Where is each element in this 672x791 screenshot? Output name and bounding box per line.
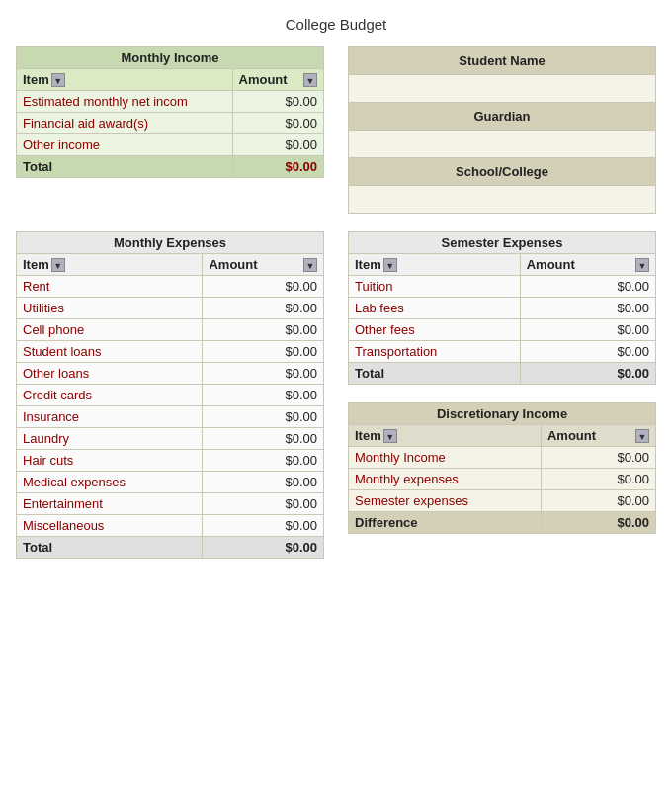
- page-title: College Budget: [16, 16, 656, 33]
- semester-item[interactable]: Transportation: [349, 341, 521, 363]
- monthly-income-header: Monthly Income: [17, 47, 324, 69]
- expense-row: Other loans$0.00: [17, 363, 324, 385]
- disc-row: Monthly expenses$0.00: [349, 469, 656, 490]
- income-amount-col-header: Amount ▼: [232, 69, 323, 91]
- disc-item-dropdown[interactable]: ▼: [383, 429, 397, 443]
- expense-item[interactable]: Entertainment: [17, 493, 203, 515]
- expense-item[interactable]: Other loans: [17, 363, 203, 385]
- expense-item[interactable]: Medical expenses: [17, 472, 203, 493]
- income-item[interactable]: Financial aid award(s): [17, 113, 233, 134]
- discretionary-income-header: Discretionary Income: [349, 403, 656, 425]
- student-info-table: Student Name Guardian School/College: [348, 46, 656, 214]
- expense-row: Utilities$0.00: [17, 298, 324, 319]
- expense-amount-dropdown[interactable]: ▼: [303, 258, 317, 272]
- item-dropdown-icon[interactable]: ▼: [51, 73, 65, 87]
- guardian-input[interactable]: [349, 131, 656, 158]
- student-name-input-row[interactable]: [349, 75, 656, 103]
- semester-amount[interactable]: $0.00: [520, 341, 655, 363]
- amount-dropdown-icon[interactable]: ▼: [303, 73, 317, 87]
- expense-item-col-header: Item ▼: [17, 254, 203, 276]
- expense-row: Rent$0.00: [17, 276, 324, 298]
- expense-item[interactable]: Miscellaneous: [17, 515, 203, 537]
- semester-item[interactable]: Other fees: [349, 319, 521, 341]
- expense-amount[interactable]: $0.00: [203, 276, 324, 298]
- expense-item[interactable]: Student loans: [17, 341, 203, 363]
- expense-amount[interactable]: $0.00: [203, 450, 324, 472]
- guardian-input-row[interactable]: [349, 131, 656, 158]
- disc-amount[interactable]: $0.00: [541, 490, 655, 512]
- semester-row: Other fees$0.00: [349, 319, 656, 341]
- disc-row: Semester expenses$0.00: [349, 490, 656, 512]
- income-item[interactable]: Estimated monthly net incom: [17, 91, 233, 113]
- guardian-label-row: Guardian: [349, 103, 656, 131]
- income-amount[interactable]: $0.00: [232, 91, 323, 113]
- semester-row: Tuition$0.00: [349, 276, 656, 298]
- expense-row: Insurance$0.00: [17, 406, 324, 428]
- semester-amount[interactable]: $0.00: [520, 298, 655, 319]
- disc-amount[interactable]: $0.00: [541, 447, 655, 469]
- disc-amount-col-header: Amount ▼: [541, 425, 655, 447]
- disc-item[interactable]: Monthly Income: [349, 447, 542, 469]
- semester-row: Lab fees$0.00: [349, 298, 656, 319]
- expense-item-dropdown[interactable]: ▼: [51, 258, 65, 272]
- semester-amount-dropdown[interactable]: ▼: [635, 258, 649, 272]
- semester-item[interactable]: Tuition: [349, 276, 521, 298]
- expense-row: Medical expenses$0.00: [17, 472, 324, 493]
- monthly-expenses-section: Monthly Expenses Item ▼ Amount ▼: [16, 231, 324, 559]
- expense-amount[interactable]: $0.00: [203, 319, 324, 341]
- semester-item-col-header: Item ▼: [349, 254, 521, 276]
- expense-item[interactable]: Utilities: [17, 298, 203, 319]
- semester-amount-col-header: Amount ▼: [520, 254, 655, 276]
- expense-amount[interactable]: $0.00: [203, 385, 324, 406]
- expense-item[interactable]: Cell phone: [17, 319, 203, 341]
- student-name-input[interactable]: [349, 75, 656, 103]
- expense-item[interactable]: Laundry: [17, 428, 203, 450]
- income-total-row: Total $0.00: [17, 156, 324, 178]
- semester-expenses-header: Semester Expenses: [349, 232, 656, 254]
- semester-item[interactable]: Lab fees: [349, 298, 521, 319]
- income-amount[interactable]: $0.00: [232, 134, 323, 156]
- expense-amount[interactable]: $0.00: [203, 472, 324, 493]
- school-label: School/College: [349, 158, 656, 186]
- semester-expenses-section: Semester Expenses Item ▼ Amount: [348, 231, 656, 385]
- expense-amount[interactable]: $0.00: [203, 406, 324, 428]
- disc-row: Monthly Income$0.00: [349, 447, 656, 469]
- expense-total-amount: $0.00: [203, 537, 324, 559]
- school-input[interactable]: [349, 186, 656, 214]
- expense-amount-col-header: Amount ▼: [203, 254, 324, 276]
- semester-amount[interactable]: $0.00: [520, 319, 655, 341]
- disc-amount[interactable]: $0.00: [541, 469, 655, 490]
- expense-amount[interactable]: $0.00: [203, 298, 324, 319]
- expense-row: Entertainment$0.00: [17, 493, 324, 515]
- disc-amount-dropdown[interactable]: ▼: [635, 429, 649, 443]
- expense-item[interactable]: Credit cards: [17, 385, 203, 406]
- disc-item[interactable]: Monthly expenses: [349, 469, 542, 490]
- semester-item-dropdown[interactable]: ▼: [383, 258, 397, 272]
- income-amount[interactable]: $0.00: [232, 113, 323, 134]
- school-input-row[interactable]: [349, 186, 656, 214]
- semester-amount[interactable]: $0.00: [520, 276, 655, 298]
- expense-row: Cell phone$0.00: [17, 319, 324, 341]
- school-label-row: School/College: [349, 158, 656, 186]
- monthly-income-section: Monthly Income Item ▼ Amount ▼: [16, 46, 324, 214]
- expense-amount[interactable]: $0.00: [203, 428, 324, 450]
- main-grid: Monthly Income Item ▼ Amount ▼: [16, 46, 656, 559]
- expense-total-row: Total $0.00: [17, 537, 324, 559]
- income-item[interactable]: Other income: [17, 134, 233, 156]
- expense-amount[interactable]: $0.00: [203, 493, 324, 515]
- expense-amount[interactable]: $0.00: [203, 363, 324, 385]
- expense-item[interactable]: Rent: [17, 276, 203, 298]
- expense-row: Miscellaneous$0.00: [17, 515, 324, 537]
- expense-item[interactable]: Hair cuts: [17, 450, 203, 472]
- discretionary-income-table: Discretionary Income Item ▼ Amount: [348, 402, 656, 534]
- expense-item[interactable]: Insurance: [17, 406, 203, 428]
- monthly-expenses-table: Monthly Expenses Item ▼ Amount ▼: [16, 231, 324, 559]
- income-item-col-header: Item ▼: [17, 69, 233, 91]
- student-name-header-row: Student Name: [349, 47, 656, 75]
- income-row: Financial aid award(s)$0.00: [17, 113, 324, 134]
- disc-item[interactable]: Semester expenses: [349, 490, 542, 512]
- expense-amount[interactable]: $0.00: [203, 515, 324, 537]
- semester-expenses-table: Semester Expenses Item ▼ Amount: [348, 231, 656, 385]
- expense-amount[interactable]: $0.00: [203, 341, 324, 363]
- disc-total-row: Difference $0.00: [349, 512, 656, 534]
